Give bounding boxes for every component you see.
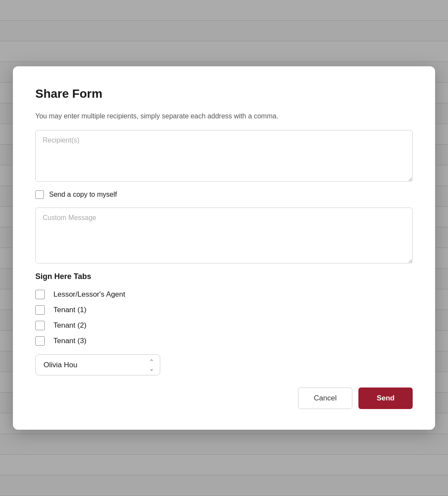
copy-to-myself-checkbox[interactable] bbox=[35, 190, 44, 199]
copy-to-myself-label[interactable]: Send a copy to myself bbox=[49, 191, 117, 198]
tab-row: Lessor/Lessor's Agent bbox=[35, 290, 413, 299]
cancel-button[interactable]: Cancel bbox=[298, 388, 353, 409]
tab-checkbox-0[interactable] bbox=[35, 290, 45, 299]
person-select[interactable]: Olivia HouOther Person bbox=[35, 354, 160, 375]
tab-label-0[interactable]: Lessor/Lessor's Agent bbox=[53, 290, 125, 299]
modal-subtitle: You may enter multiple recipients, simpl… bbox=[35, 111, 413, 121]
tab-label-1[interactable]: Tenant (1) bbox=[53, 306, 87, 314]
tab-checkbox-2[interactable] bbox=[35, 321, 45, 330]
tab-checkbox-1[interactable] bbox=[35, 305, 45, 315]
person-select-wrapper: Olivia HouOther Person ⌃⌄ bbox=[35, 354, 160, 375]
send-button[interactable]: Send bbox=[358, 388, 413, 409]
tab-row: Tenant (3) bbox=[35, 336, 413, 346]
sign-here-tabs-list: Lessor/Lessor's AgentTenant (1)Tenant (2… bbox=[35, 290, 413, 346]
copy-to-myself-row: Send a copy to myself bbox=[35, 190, 413, 199]
modal-title: Share Form bbox=[35, 87, 413, 101]
modal-footer: Cancel Send bbox=[35, 388, 413, 409]
tab-label-3[interactable]: Tenant (3) bbox=[53, 337, 87, 345]
sign-here-title: Sign Here Tabs bbox=[35, 272, 413, 281]
modal-backdrop: Share Form You may enter multiple recipi… bbox=[0, 0, 448, 496]
tab-checkbox-3[interactable] bbox=[35, 336, 45, 346]
recipients-input[interactable] bbox=[35, 130, 413, 182]
custom-message-input[interactable] bbox=[35, 208, 413, 264]
share-form-modal: Share Form You may enter multiple recipi… bbox=[13, 66, 435, 430]
tab-label-2[interactable]: Tenant (2) bbox=[53, 321, 87, 330]
sign-here-section: Sign Here Tabs bbox=[35, 272, 413, 281]
tab-row: Tenant (1) bbox=[35, 305, 413, 315]
tab-row: Tenant (2) bbox=[35, 321, 413, 330]
